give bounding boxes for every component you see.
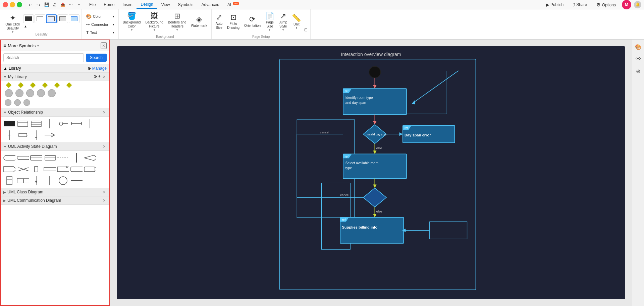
beautify-style1-btn[interactable] [23,14,34,23]
or-shape3[interactable] [30,119,42,129]
one-click-beautify-btn[interactable]: ✦ One ClickBeautify ▾ [3,12,22,30]
page-size-btn[interactable]: 📄 PageSize ▾ [263,10,276,33]
act-shape16[interactable] [17,176,29,186]
my-library-close-btn[interactable]: × [102,74,107,79]
unit-btn[interactable]: 📏 Unit ▾ [290,12,303,31]
or-shape1[interactable] [3,119,15,129]
beautify-style3-btn[interactable] [46,14,57,23]
act-shape12[interactable] [57,164,69,174]
uml-communication-header[interactable]: ▶ UML Communication Diagram × [1,196,109,205]
my-library-copy-icon[interactable]: ⊙ [94,74,97,79]
maximize-btn[interactable]: + [17,2,22,7]
act-shape11[interactable] [44,164,56,174]
avatar[interactable]: M [622,0,631,9]
shape-diamond1[interactable] [6,82,12,88]
uml-activity-close-btn[interactable]: × [102,144,107,149]
manage-btn[interactable]: Manage [92,66,107,71]
close-btn[interactable]: × [3,2,8,7]
chevron-up-btn[interactable]: ▲ [23,24,28,29]
minimize-btn[interactable]: – [10,2,15,7]
or-shape7[interactable] [84,119,96,129]
shape-circle3[interactable] [26,89,34,97]
or-shape8[interactable] [3,130,15,140]
right-icon-brush[interactable]: 🎨 [634,42,643,52]
right-icon-layers[interactable]: ⊕ [634,66,643,76]
text-format-btn[interactable]: T Text ▾ [84,29,116,36]
uml-class-header[interactable]: ▶ UML Class Diagram × [1,188,109,196]
shape-circle1[interactable] [5,89,13,97]
act-shape3[interactable] [30,153,42,163]
or-shape4[interactable] [44,119,56,129]
act-shape6[interactable] [70,153,83,163]
act-shape5[interactable] [57,153,69,163]
act-shape15[interactable] [3,176,15,186]
page-setup-expand-btn[interactable]: ⊡ [304,27,308,33]
or-shape2[interactable] [17,119,29,129]
shape-diamond5[interactable] [54,82,60,88]
or-shape11[interactable] [44,130,56,140]
redo-btn[interactable]: ↪ [35,1,42,8]
act-shape2[interactable] [17,153,29,163]
act-shape14[interactable] [84,164,96,174]
beautify-style5-btn[interactable] [69,14,79,23]
panel-close-btn[interactable]: × [101,42,107,49]
tab-file[interactable]: File [85,1,100,8]
tab-advanced[interactable]: Advanced [198,1,223,8]
undo-btn[interactable]: ↩ [27,1,34,8]
uml-class-close-btn[interactable]: × [102,189,107,195]
jump-style-btn[interactable]: ↗ JumpStyle ▾ [277,10,289,33]
watermark-btn[interactable]: ◈ Watermark [189,14,209,29]
tab-insert[interactable]: Insert [118,1,137,8]
shape-circle-small2[interactable] [14,99,21,106]
search-button[interactable]: Search [86,54,107,62]
shape-circle5[interactable] [48,89,56,97]
borders-headers-btn[interactable]: ⊞ Borders andHeaders ▾ [166,10,188,33]
bg-color-btn[interactable]: 🪣 BackgroundColor ▾ [121,10,143,33]
tab-view[interactable]: View [157,1,174,8]
or-shape5[interactable] [57,119,69,129]
publish-btn[interactable]: ▶ Publish [542,1,567,8]
my-library-add-icon[interactable]: + [98,74,101,79]
connector-btn[interactable]: ⤳ Connector - ▾ [84,21,116,28]
save-btn[interactable]: 💾 [43,1,50,8]
shape-diamond3[interactable] [30,82,36,88]
act-shape19[interactable] [57,176,69,186]
bg-picture-btn[interactable]: 🖼 BackgroundPicture ▾ [143,10,165,33]
beautify-style4-btn[interactable] [57,14,68,23]
shape-diamond2[interactable] [18,82,24,88]
act-shape18[interactable] [44,176,56,186]
act-shape9[interactable] [17,164,29,174]
share-btn[interactable]: ⤴ Share [570,1,590,8]
print-btn[interactable]: 🖨 [51,1,58,8]
act-shape10[interactable] [30,164,42,174]
chevron-down-btn[interactable]: ▾ [75,1,83,8]
or-shape10[interactable] [30,130,42,140]
more-btn[interactable]: ⋯ [67,1,74,8]
shape-diamond6[interactable] [66,82,72,88]
act-shape17[interactable] [30,176,42,186]
notification-icon[interactable]: 🔔 [634,1,641,8]
uml-communication-close-btn[interactable]: × [102,198,107,203]
tab-design[interactable]: Design [137,1,157,9]
act-shape1[interactable] [3,153,15,163]
tab-ai[interactable]: AI hot [223,1,243,8]
color-btn[interactable]: 🎨 Color ▾ [84,13,116,20]
shape-circle-small1[interactable] [5,99,11,106]
act-shape13[interactable] [70,164,83,174]
fit-to-drawing-btn[interactable]: ⊡ Fit toDrawing [225,12,241,31]
or-shape9[interactable] [17,130,29,140]
canvas-area[interactable]: Interaction overview diagram ref Identif… [110,40,632,306]
or-shape6[interactable] [70,119,83,129]
options-btn[interactable]: ⚙ Options [593,1,619,8]
act-shape20[interactable] [70,176,83,186]
shape-circle2[interactable] [15,89,23,97]
beautify-style2-btn[interactable] [35,14,45,23]
act-shape8[interactable] [3,164,15,174]
tab-home[interactable]: Home [100,1,118,8]
shape-circle-small3[interactable] [23,99,30,106]
act-shape4[interactable] [44,153,56,163]
right-icon-eye[interactable]: 👁 [634,54,643,64]
search-input[interactable] [3,53,84,62]
shape-diamond4[interactable] [42,82,48,88]
object-relationship-header[interactable]: ▼ Object Relationship × [1,108,109,117]
